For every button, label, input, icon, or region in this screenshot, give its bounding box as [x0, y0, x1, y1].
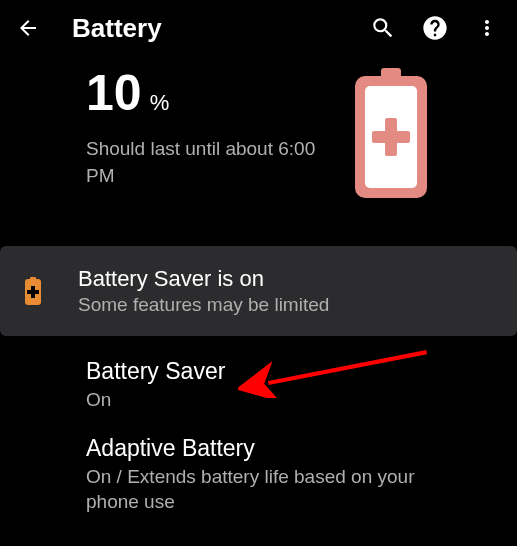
- search-button[interactable]: [369, 14, 397, 42]
- battery-percent-sign: %: [150, 92, 170, 114]
- svg-rect-8: [27, 290, 39, 294]
- battery-summary: 10 % Should last until about 6:00 PM: [0, 56, 517, 222]
- battery-icon: [351, 68, 431, 198]
- settings-subtitle: On / Extends battery life based on your …: [86, 464, 431, 515]
- settings-subtitle: On: [86, 387, 431, 413]
- overflow-menu-button[interactable]: [473, 14, 501, 42]
- more-vert-icon: [475, 16, 499, 40]
- battery-percent-value: 10: [86, 68, 142, 118]
- notice-title: Battery Saver is on: [78, 266, 493, 292]
- notice-text: Battery Saver is on Some features may be…: [78, 266, 493, 316]
- settings-item-adaptive-battery[interactable]: Adaptive Battery On / Extends battery li…: [0, 413, 517, 515]
- settings-item-battery-saver[interactable]: Battery Saver On: [0, 336, 517, 413]
- search-icon: [370, 15, 396, 41]
- page-title: Battery: [72, 13, 369, 44]
- app-header: Battery: [0, 0, 517, 56]
- battery-text-block: 10 % Should last until about 6:00 PM: [86, 68, 331, 189]
- notice-subtitle: Some features may be limited: [78, 294, 493, 316]
- help-button[interactable]: [421, 14, 449, 42]
- svg-rect-4: [372, 131, 410, 143]
- help-icon: [421, 14, 449, 42]
- battery-saver-icon: [24, 277, 42, 305]
- battery-estimate: Should last until about 6:00 PM: [86, 136, 331, 189]
- battery-percent: 10 %: [86, 68, 331, 118]
- battery-graphic: [351, 68, 431, 198]
- back-button[interactable]: [16, 16, 40, 40]
- arrow-left-icon: [16, 16, 40, 40]
- settings-title: Battery Saver: [86, 358, 431, 385]
- settings-title: Adaptive Battery: [86, 435, 431, 462]
- battery-saver-notice[interactable]: Battery Saver is on Some features may be…: [0, 246, 517, 336]
- header-actions: [369, 14, 501, 42]
